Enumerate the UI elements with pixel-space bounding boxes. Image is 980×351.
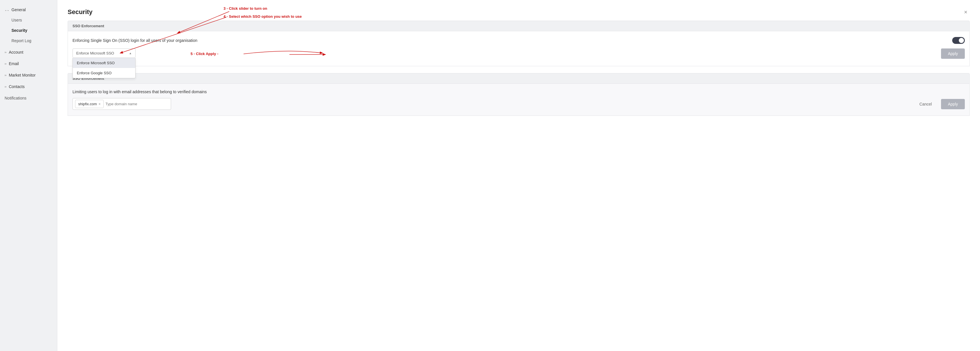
contacts-group: › Contacts	[0, 81, 57, 92]
sso-toggle-label: Enforcing Single Sign On (SSO) login for…	[73, 38, 197, 43]
sso-toggle-switch[interactable]	[952, 37, 965, 44]
domain-text: Limiting users to log in with email addr…	[73, 89, 965, 94]
email-chevron-icon: ›	[5, 62, 6, 65]
dropdown-option-google[interactable]: Enforce Google SSO	[73, 68, 135, 78]
sso-dropdown-apply-row: Enforce Microsoft SSO ▲ Enforce Microsof…	[73, 48, 965, 60]
account-chevron-icon: ›	[5, 51, 6, 54]
general-group-children: Users Security Report Log	[0, 15, 57, 46]
contacts-group-label: Contacts	[9, 84, 25, 89]
toggle-track	[952, 37, 965, 44]
domain-section-body: Limiting users to log in with email addr…	[68, 84, 970, 116]
sso-toggle-row: Enforcing Single Sign On (SSO) login for…	[73, 37, 965, 44]
domain-controls-row: shipfix.com × Cancel Apply	[73, 98, 965, 110]
main-content: Security × SSO Enforcement Enforcing Sin…	[57, 0, 980, 351]
email-group-header[interactable]: › Email	[0, 59, 57, 69]
domain-cancel-button[interactable]: Cancel	[915, 99, 937, 109]
sidebar-item-report-log[interactable]: Report Log	[7, 35, 57, 46]
sso-section: SSO Enforcement Enforcing Single Sign On…	[68, 21, 970, 66]
domain-apply-button[interactable]: Apply	[941, 99, 965, 109]
general-group-label: General	[11, 8, 26, 12]
account-group: › Account	[0, 47, 57, 57]
email-group: › Email	[0, 59, 57, 69]
contacts-chevron-icon: ›	[5, 85, 6, 88]
chevron-up-icon: ▲	[129, 52, 132, 55]
domain-type-input[interactable]	[105, 102, 169, 106]
sso-dropdown-container: Enforce Microsoft SSO ▲ Enforce Microsof…	[73, 48, 135, 58]
domain-tag: shipfix.com ×	[75, 100, 104, 108]
market-monitor-group: › Market Monitor	[0, 70, 57, 80]
domain-tag-remove-button[interactable]: ×	[99, 102, 100, 106]
general-group: ⌄ General Users Security Report Log	[0, 5, 57, 46]
market-monitor-group-label: Market Monitor	[9, 73, 35, 77]
account-group-header[interactable]: › Account	[0, 47, 57, 57]
sso-section-body: Enforcing Single Sign On (SSO) login for…	[68, 31, 970, 66]
sidebar: ⌄ General Users Security Report Log › Ac…	[0, 0, 57, 351]
dropdown-option-microsoft[interactable]: Enforce Microsoft SSO	[73, 58, 135, 68]
domain-section-header: SSO Enforcement	[68, 73, 970, 84]
contacts-group-header[interactable]: › Contacts	[0, 81, 57, 92]
market-monitor-chevron-icon: ›	[5, 74, 6, 77]
sso-dropdown-selected-label: Enforce Microsoft SSO	[76, 51, 114, 55]
toggle-thumb	[959, 38, 964, 43]
domain-tag-input-box: shipfix.com ×	[73, 98, 171, 110]
sso-apply-button[interactable]: Apply	[941, 48, 965, 59]
section-spacer	[57, 66, 980, 73]
page-title: Security	[68, 8, 92, 16]
close-button[interactable]: ×	[962, 8, 970, 16]
sso-dropdown-menu: Enforce Microsoft SSO Enforce Google SSO	[73, 58, 135, 78]
sso-section-header: SSO Enforcement	[68, 21, 970, 31]
sidebar-item-security[interactable]: Security	[7, 25, 57, 35]
market-monitor-group-header[interactable]: › Market Monitor	[0, 70, 57, 80]
sso-dropdown-select[interactable]: Enforce Microsoft SSO ▲	[73, 48, 135, 58]
account-group-label: Account	[9, 50, 24, 54]
page-header: Security ×	[57, 0, 980, 21]
email-group-label: Email	[9, 61, 19, 66]
sidebar-item-notifications[interactable]: Notifications	[0, 93, 57, 103]
domain-section: SSO Enforcement Limiting users to log in…	[68, 73, 970, 116]
domain-actions: Cancel Apply	[915, 99, 965, 109]
general-chevron-icon: ⌄	[5, 8, 9, 11]
general-group-header[interactable]: ⌄ General	[0, 5, 57, 15]
sidebar-item-users[interactable]: Users	[7, 15, 57, 25]
